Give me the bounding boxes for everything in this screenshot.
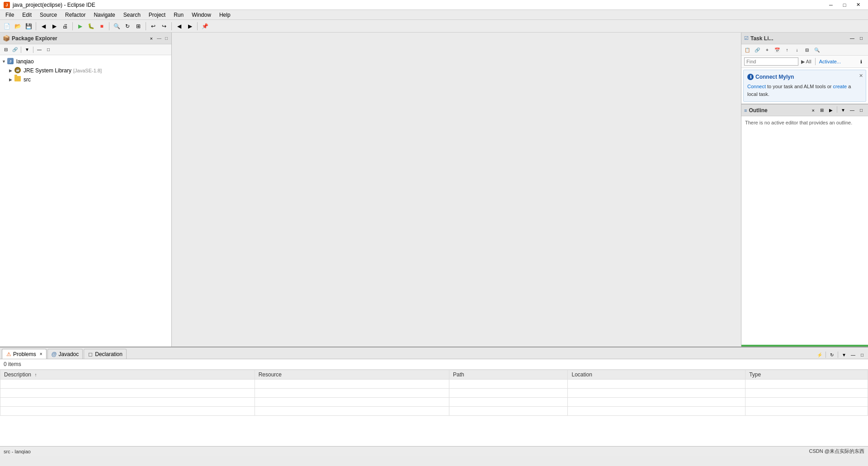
task-toolbar-btn6[interactable]: ↓ xyxy=(793,46,801,54)
toolbar-perspective[interactable]: ⊞ xyxy=(133,21,143,31)
menu-file[interactable]: File xyxy=(2,11,18,19)
bottom-filter-btn[interactable]: ⚡ xyxy=(816,351,824,359)
connect-link[interactable]: Connect xyxy=(747,84,766,89)
minimize-view-button[interactable]: — xyxy=(35,46,43,54)
task-list-maximize[interactable]: □ xyxy=(857,34,865,43)
toolbar-stop[interactable]: ■ xyxy=(97,21,107,31)
task-activate-link[interactable]: Activate... xyxy=(819,59,841,64)
collapse-all-button[interactable]: ⊟ xyxy=(2,46,10,54)
tab-declaration[interactable]: ◻ Declaration xyxy=(84,349,127,359)
task-toolbar-btn2[interactable]: 🔗 xyxy=(753,46,761,54)
editor-area xyxy=(172,33,741,347)
menu-refactor[interactable]: Refactor xyxy=(61,11,89,19)
status-bar: src - lanqiao CSDN @来点实际的东西 xyxy=(0,446,868,456)
menu-window[interactable]: Window xyxy=(188,11,215,19)
src-label: src xyxy=(24,76,31,83)
toolbar-refresh[interactable]: ↻ xyxy=(123,21,132,31)
toolbar-redo[interactable]: ↪ xyxy=(159,21,169,31)
minimize-panel-icon[interactable]: — xyxy=(156,35,162,42)
package-explorer-title: Package Explorer xyxy=(12,35,147,42)
connect-mylyn-panel: ℹ Connect Mylyn Connect to your task and… xyxy=(743,70,866,102)
close-button[interactable]: ✕ xyxy=(852,0,864,10)
connect-mylyn-close[interactable]: ✕ xyxy=(858,72,864,80)
toolbar-open[interactable]: 📂 xyxy=(13,21,23,31)
jre-icon: ☕ xyxy=(14,67,22,74)
task-list-minimize[interactable]: — xyxy=(848,34,856,43)
tab-javadoc-label: Javadoc xyxy=(59,351,79,357)
menu-help[interactable]: Help xyxy=(216,11,234,19)
toolbar-sep2 xyxy=(72,22,73,30)
toolbar-debug[interactable]: 🐛 xyxy=(86,21,96,31)
tree-item-src[interactable]: ▶ src xyxy=(0,75,171,84)
view-menu-button[interactable]: ▼ xyxy=(23,46,31,54)
toolbar-save[interactable]: 💾 xyxy=(24,21,33,31)
tree-item-jre[interactable]: ▶ ☕ JRE System Library [JavaSE-1.8] xyxy=(0,66,171,75)
collapse-arrow[interactable]: ▼ xyxy=(2,59,7,64)
outline-btn1[interactable]: ⊞ xyxy=(818,106,826,114)
toolbar-print[interactable]: 🖨 xyxy=(60,21,70,31)
bottom-maximize-btn[interactable]: □ xyxy=(858,351,866,359)
menu-search[interactable]: Search xyxy=(120,11,144,19)
toolbar-undo[interactable]: ↩ xyxy=(148,21,158,31)
create-link[interactable]: create xyxy=(833,84,847,89)
src-folder-icon xyxy=(14,76,22,83)
bottom-toolbar: ⚡ ↻ ▼ — □ xyxy=(816,351,866,359)
toolbar-fwd[interactable]: ▶ xyxy=(49,21,59,31)
maximize-panel-icon[interactable]: □ xyxy=(164,35,169,42)
maximize-view-button[interactable]: □ xyxy=(44,46,52,54)
task-toolbar-btn5[interactable]: ↑ xyxy=(783,46,791,54)
window-controls: ─ □ ✕ xyxy=(825,0,864,10)
col-path[interactable]: Path xyxy=(449,370,568,380)
task-toolbar-btn7[interactable]: ⊟ xyxy=(803,46,811,54)
outline-close[interactable]: × xyxy=(811,107,816,114)
menu-project[interactable]: Project xyxy=(145,11,169,19)
task-list-info-btn[interactable]: ℹ xyxy=(857,57,865,66)
task-toolbar-btn1[interactable]: 📋 xyxy=(743,46,751,54)
toolbar-pin[interactable]: 📌 xyxy=(200,21,210,31)
status-right-text: CSDN @来点实际的东西 xyxy=(809,448,864,455)
maximize-button[interactable]: □ xyxy=(838,0,851,10)
bottom-view-menu-btn[interactable]: ▼ xyxy=(840,351,848,359)
menu-edit[interactable]: Edit xyxy=(19,11,35,19)
expand-arrow[interactable]: ▶ xyxy=(9,68,14,73)
outline-maximize[interactable]: □ xyxy=(857,106,865,114)
task-toolbar-btn3[interactable]: + xyxy=(763,46,771,54)
scroll-indicator[interactable] xyxy=(741,345,868,347)
problems-icon: ⚠ xyxy=(6,352,11,357)
tab-problems-close[interactable]: × xyxy=(40,352,42,357)
task-find-input[interactable] xyxy=(744,57,798,66)
tab-javadoc[interactable]: @ Javadoc xyxy=(47,349,83,359)
toolbar-next-edit[interactable]: ▶ xyxy=(185,21,195,31)
menu-source[interactable]: Source xyxy=(36,11,61,19)
jre-label: JRE System Library xyxy=(24,67,71,74)
minimize-button[interactable]: ─ xyxy=(825,0,837,10)
toolbar-search[interactable]: 🔍 xyxy=(112,21,122,31)
task-list-title: Task Li... xyxy=(750,35,846,42)
menu-navigate[interactable]: Navigate xyxy=(90,11,118,19)
toolbar-back[interactable]: ◀ xyxy=(38,21,48,31)
bottom-minimize-btn[interactable]: — xyxy=(849,351,857,359)
window-title: java_project(eclipse) - Eclipse IDE xyxy=(13,2,95,8)
outline-view-menu[interactable]: ▼ xyxy=(839,106,847,114)
col-location[interactable]: Location xyxy=(568,370,745,380)
toolbar-prev-edit[interactable]: ◀ xyxy=(174,21,184,31)
toolbar-run[interactable]: ▶ xyxy=(75,21,85,31)
package-explorer-close[interactable]: × xyxy=(149,35,154,42)
outline-minimize[interactable]: — xyxy=(848,106,856,114)
tree-item-project[interactable]: ▼ J lanqiao xyxy=(0,57,171,66)
tab-problems[interactable]: ⚠ Problems × xyxy=(2,349,47,359)
bottom-content: 0 items Description ↑ Resource Path Loca… xyxy=(0,359,868,446)
task-toolbar-search-icon[interactable]: 🔍 xyxy=(813,46,821,54)
col-type[interactable]: Type xyxy=(745,370,868,380)
link-editor-button[interactable]: 🔗 xyxy=(11,46,19,54)
bottom-refresh-btn[interactable]: ↻ xyxy=(828,351,836,359)
outline-btn2[interactable]: ▶ xyxy=(827,106,835,114)
expand-arrow-src[interactable]: ▶ xyxy=(9,77,14,82)
menu-run[interactable]: Run xyxy=(170,11,187,19)
toolbar-new[interactable]: 📄 xyxy=(2,21,12,31)
col-description[interactable]: Description ↑ xyxy=(0,370,255,380)
col-resource[interactable]: Resource xyxy=(255,370,449,380)
outline-header: ≡ Outline × ⊞ ▶ ▼ — □ xyxy=(741,105,868,116)
task-toolbar-btn4[interactable]: 📅 xyxy=(773,46,781,54)
toolbar-sep5 xyxy=(171,22,172,30)
